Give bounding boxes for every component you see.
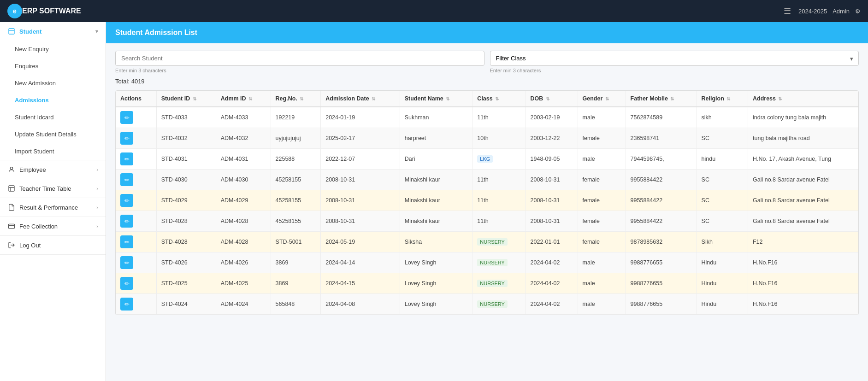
cell-father-mobile: 9955884422 — [626, 170, 697, 190]
edit-button[interactable]: ✏ — [120, 132, 133, 145]
sidebar-item-logout[interactable]: Log Out — [0, 236, 106, 254]
sidebar-item-new-admission[interactable]: New Admission — [0, 75, 106, 92]
cell-address: H.No. 17, Akash Avenue, Tung — [748, 149, 858, 170]
col-student-id[interactable]: Student ID ⇅ — [156, 91, 216, 107]
page-title: Student Admission List — [115, 29, 197, 36]
cell-student-id: STD-4026 — [156, 252, 216, 273]
edit-button[interactable]: ✏ — [120, 256, 133, 269]
edit-button[interactable]: ✏ — [120, 152, 133, 165]
table-row: ✏ STD-4031 ADM-4031 225588 2022-12-07 Da… — [116, 149, 858, 170]
cell-actions: ✏ — [116, 107, 156, 128]
cell-dob: 2003-02-19 — [526, 107, 578, 128]
cell-class: NURSERY — [472, 294, 526, 315]
col-gender[interactable]: Gender ⇅ — [578, 91, 626, 107]
sidebar-item-admissions[interactable]: Admissions — [0, 92, 106, 109]
sidebar-item-teacher-timetable[interactable]: Teacher Time Table › — [0, 179, 106, 198]
cell-gender: male — [578, 273, 626, 294]
edit-button[interactable]: ✏ — [120, 111, 133, 124]
cell-reg-no: 565848 — [271, 294, 321, 315]
cell-father-mobile: 9878985632 — [626, 232, 697, 252]
cell-reg-no: uyjujujujuj — [271, 128, 321, 149]
cell-father-mobile: 9955884422 — [626, 190, 697, 211]
main-layout: Student ▾ New Enquiry Enquires New Admis… — [0, 22, 868, 381]
gear-icon[interactable]: ⚙ — [855, 8, 861, 15]
sidebar-item-student-idcard[interactable]: Student Idcard — [0, 109, 106, 126]
cell-student-id: STD-4024 — [156, 294, 216, 315]
sidebar-logout-section: Log Out — [0, 236, 106, 255]
sidebar-item-result[interactable]: Result & Performance › — [0, 198, 106, 217]
cell-reg-no: 45258155 — [271, 190, 321, 211]
cell-dob: 2024-04-02 — [526, 252, 578, 273]
table-row: ✏ STD-4032 ADM-4032 uyjujujujuj 2025-02-… — [116, 128, 858, 149]
admissions-label: Admissions — [15, 97, 49, 104]
brand-text: ERP SOFTWARE — [22, 7, 81, 15]
table-row: ✏ STD-4026 ADM-4026 3869 2024-04-14 Love… — [116, 252, 858, 273]
sidebar-item-employee[interactable]: Employee › — [0, 160, 106, 179]
cell-address: Gali no.8 Sardar avenue Fatel — [748, 190, 858, 211]
svg-rect-0 — [9, 29, 14, 34]
sidebar-item-enquires[interactable]: Enquires — [0, 58, 106, 75]
sidebar-item-update-student[interactable]: Update Student Details — [0, 126, 106, 143]
col-admission-date[interactable]: Admission Date ⇅ — [321, 91, 400, 107]
svg-rect-2 — [9, 186, 14, 191]
student-chevron: ▾ — [95, 29, 98, 35]
cell-address: tung bala majitha road — [748, 128, 858, 149]
edit-button[interactable]: ✏ — [120, 194, 133, 207]
cell-gender: male — [578, 149, 626, 170]
academic-year: 2024-2025 — [798, 8, 827, 15]
table-row: ✏ STD-4029 ADM-4029 45258155 2008-10-31 … — [116, 190, 858, 211]
search-hint: Enter min 3 characters — [115, 68, 484, 73]
timetable-label: Teacher Time Table — [19, 185, 93, 192]
result-chevron: › — [96, 205, 98, 210]
sidebar-result-section: Result & Performance › — [0, 198, 106, 217]
table-row: ✏ STD-4033 ADM-4033 192219 2024-01-19 Su… — [116, 107, 858, 128]
edit-button[interactable]: ✏ — [120, 298, 133, 311]
cell-dob: 2008-10-31 — [526, 170, 578, 190]
cell-religion: sikh — [697, 107, 748, 128]
search-input[interactable] — [115, 51, 484, 66]
col-student-name[interactable]: Student Name ⇅ — [400, 91, 472, 107]
cell-religion: Hindu — [697, 294, 748, 315]
cell-student-id: STD-4029 — [156, 190, 216, 211]
cell-admission-date: 2024-04-14 — [321, 252, 400, 273]
cell-father-mobile: 9988776655 — [626, 252, 697, 273]
edit-button[interactable]: ✏ — [120, 215, 133, 228]
col-class[interactable]: Class ⇅ — [472, 91, 526, 107]
col-reg-no[interactable]: Reg.No. ⇅ — [271, 91, 321, 107]
sidebar-item-student[interactable]: Student ▾ — [0, 22, 106, 41]
cell-father-mobile: 9955884422 — [626, 211, 697, 232]
cell-student-name: Dari — [400, 149, 472, 170]
filter-class-select[interactable]: Filter Class — [490, 51, 859, 66]
cell-father-mobile: 9988776655 — [626, 273, 697, 294]
col-address[interactable]: Address ⇅ — [748, 91, 858, 107]
cell-actions: ✏ — [116, 252, 156, 273]
admin-label: Admin — [833, 8, 850, 15]
content-area: Student Admission List Filter Class ▾ En… — [106, 22, 868, 381]
sidebar-timetable-section: Teacher Time Table › — [0, 179, 106, 198]
col-adm-id[interactable]: Admm ID ⇅ — [216, 91, 271, 107]
sidebar-item-new-enquiry[interactable]: New Enquiry — [0, 41, 106, 58]
edit-button[interactable]: ✏ — [120, 173, 133, 186]
cell-address: H.No.F16 — [748, 273, 858, 294]
menu-icon[interactable]: ☰ — [784, 6, 791, 16]
cell-religion: SC — [697, 170, 748, 190]
edit-button[interactable]: ✏ — [120, 235, 133, 248]
cell-actions: ✏ — [116, 294, 156, 315]
cell-father-mobile: 236598741 — [626, 128, 697, 149]
cell-dob: 2008-10-31 — [526, 211, 578, 232]
edit-button[interactable]: ✏ — [120, 277, 133, 290]
cell-dob: 2008-10-31 — [526, 190, 578, 211]
cell-student-id: STD-4031 — [156, 149, 216, 170]
cell-class: 11th — [472, 211, 526, 232]
sidebar-item-import-student[interactable]: Import Student — [0, 143, 106, 160]
col-father-mobile[interactable]: Father Mobile ⇅ — [626, 91, 697, 107]
col-dob[interactable]: DOB ⇅ — [526, 91, 578, 107]
sidebar-item-fee-collection[interactable]: Fee Collection › — [0, 217, 106, 235]
cell-class: 11th — [472, 107, 526, 128]
cell-dob: 2024-04-02 — [526, 294, 578, 315]
import-student-label: Import Student — [15, 148, 54, 155]
new-admission-label: New Admission — [15, 80, 56, 87]
table-row: ✏ STD-4025 ADM-4025 3869 2024-04-15 Love… — [116, 273, 858, 294]
cell-reg-no: 192219 — [271, 107, 321, 128]
col-religion[interactable]: Religion ⇅ — [697, 91, 748, 107]
